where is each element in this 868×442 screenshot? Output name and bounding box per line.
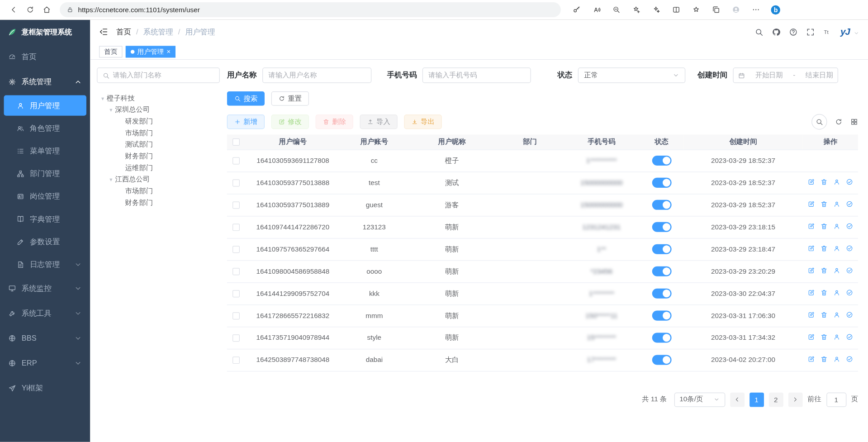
edit-icon[interactable] <box>808 356 815 363</box>
phone-input[interactable] <box>422 67 531 83</box>
chevron-down-icon[interactable] <box>854 30 859 38</box>
zoom-icon[interactable] <box>608 2 624 17</box>
sidebar-item-yi[interactable]: Yi框架 <box>0 375 90 400</box>
status-select[interactable]: 正常 <box>578 67 685 83</box>
help-icon[interactable] <box>789 28 798 37</box>
delete-icon[interactable] <box>821 178 828 185</box>
goto-page-input[interactable] <box>826 392 846 407</box>
delete-button[interactable]: 删除 <box>316 114 353 129</box>
row-checkbox[interactable] <box>232 290 240 297</box>
dept-search-input[interactable] <box>113 71 214 79</box>
delete-icon[interactable] <box>821 289 828 296</box>
delete-icon[interactable] <box>821 311 828 318</box>
reset-password-icon[interactable] <box>833 333 840 341</box>
tree-node[interactable]: ▾橙子科技 <box>97 92 220 104</box>
tree-node[interactable]: 研发部门 <box>97 116 220 128</box>
assign-role-icon[interactable] <box>846 333 853 341</box>
reset-button[interactable]: 重置 <box>271 91 309 106</box>
prev-page-button[interactable] <box>730 392 745 407</box>
add-favorite-icon[interactable] <box>628 2 644 17</box>
reset-password-icon[interactable] <box>833 267 840 274</box>
edit-button[interactable]: 修改 <box>271 114 309 129</box>
reset-password-icon[interactable] <box>833 356 840 363</box>
browser-home-icon[interactable] <box>39 2 54 17</box>
status-toggle[interactable] <box>652 333 671 343</box>
assign-role-icon[interactable] <box>846 311 853 318</box>
assign-role-icon[interactable] <box>846 223 853 230</box>
profile-avatar-icon[interactable] <box>728 2 743 17</box>
collections-icon[interactable] <box>708 2 723 17</box>
edit-icon[interactable] <box>808 178 815 185</box>
column-settings-icon[interactable] <box>850 118 858 126</box>
status-toggle[interactable] <box>652 200 671 210</box>
status-toggle[interactable] <box>652 244 671 254</box>
edit-icon[interactable] <box>808 200 815 208</box>
breadcrumb-item[interactable]: 首页 <box>116 27 131 37</box>
assign-role-icon[interactable] <box>846 200 853 208</box>
browser-menu-icon[interactable] <box>748 2 763 17</box>
search-icon[interactable] <box>754 28 764 37</box>
browser-essentials-icon[interactable] <box>648 2 664 17</box>
status-toggle[interactable] <box>652 266 671 276</box>
browser-back-icon[interactable] <box>5 2 21 17</box>
assign-role-icon[interactable] <box>846 356 853 363</box>
select-all-checkbox[interactable] <box>232 138 240 146</box>
next-page-button[interactable] <box>788 392 802 407</box>
sidebar-item-home[interactable]: 首页 <box>0 44 90 69</box>
refresh-table-icon[interactable] <box>835 118 843 126</box>
read-aloud-icon[interactable] <box>588 2 604 17</box>
assign-role-icon[interactable] <box>846 245 853 252</box>
toggle-search-button[interactable] <box>811 114 827 129</box>
row-checkbox[interactable] <box>232 224 240 231</box>
close-icon[interactable]: × <box>166 48 171 55</box>
reset-password-icon[interactable] <box>833 289 840 296</box>
page-button-1[interactable]: 1 <box>749 392 764 407</box>
font-size-icon[interactable]: Tt <box>823 28 832 37</box>
sidebar-item-system[interactable]: 系统管理 <box>0 69 90 94</box>
row-checkbox[interactable] <box>232 246 240 253</box>
status-toggle[interactable] <box>652 311 671 321</box>
edit-icon[interactable] <box>808 267 815 274</box>
assign-role-icon[interactable] <box>846 178 853 185</box>
reset-password-icon[interactable] <box>833 178 840 185</box>
add-button[interactable]: 新增 <box>227 114 265 129</box>
bing-icon[interactable]: b <box>768 2 783 17</box>
collapse-sidebar-icon[interactable] <box>99 27 109 37</box>
tree-node[interactable]: 测试部门 <box>97 139 220 151</box>
row-checkbox[interactable] <box>232 157 240 165</box>
export-button[interactable]: 导出 <box>404 114 441 129</box>
favorites-bar-icon[interactable] <box>688 2 703 17</box>
date-range-picker[interactable]: 开始日期 - 结束日期 <box>733 67 838 83</box>
delete-icon[interactable] <box>821 200 828 208</box>
fullscreen-icon[interactable] <box>806 28 815 37</box>
row-checkbox[interactable] <box>232 268 240 275</box>
reset-password-icon[interactable] <box>833 223 840 230</box>
reset-password-icon[interactable] <box>833 311 840 318</box>
page-size-select[interactable]: 10条/页 <box>674 392 725 407</box>
tree-node[interactable]: ▾深圳总公司 <box>97 104 220 116</box>
row-checkbox[interactable] <box>232 334 240 342</box>
tree-node[interactable]: 运维部门 <box>97 162 220 174</box>
delete-icon[interactable] <box>821 223 828 230</box>
row-checkbox[interactable] <box>232 202 240 209</box>
import-button[interactable]: 导入 <box>360 114 398 129</box>
username-input[interactable] <box>262 67 371 83</box>
tab-home[interactable]: 首页 <box>99 46 122 57</box>
reset-password-icon[interactable] <box>833 245 840 252</box>
edit-icon[interactable] <box>808 245 815 252</box>
sidebar-item-post[interactable]: 岗位管理 <box>0 185 90 208</box>
reset-password-icon[interactable] <box>833 200 840 208</box>
github-icon[interactable] <box>772 28 781 37</box>
delete-icon[interactable] <box>821 245 828 252</box>
sidebar-item-menu[interactable]: 菜单管理 <box>0 139 90 162</box>
tab-user[interactable]: 用户管理× <box>126 46 175 57</box>
split-screen-icon[interactable] <box>668 2 683 17</box>
page-button-2[interactable]: 2 <box>768 392 783 407</box>
sidebar-item-monitor[interactable]: 系统监控 <box>0 276 90 301</box>
browser-refresh-icon[interactable] <box>22 2 38 17</box>
row-checkbox[interactable] <box>232 180 240 187</box>
status-toggle[interactable] <box>652 289 671 299</box>
edit-icon[interactable] <box>808 311 815 318</box>
caret-down-icon[interactable]: ▾ <box>101 95 104 101</box>
caret-down-icon[interactable]: ▾ <box>109 107 112 113</box>
